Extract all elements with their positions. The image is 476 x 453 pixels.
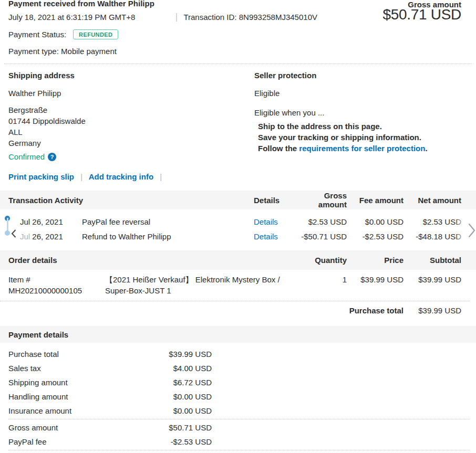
transaction-activity-rows: Jul 26, 2021 PayPal fee reversal Details… [0, 209, 476, 244]
payment-details-header: Payment details [0, 326, 476, 343]
payment-row-value: $0.00 USD [173, 392, 212, 401]
payment-status-label: Payment Status: [8, 30, 66, 39]
activity-description: PayPal fee reversal [82, 217, 254, 226]
status-badge: REFUNDED [73, 29, 118, 39]
payment-row-value: $50.71 USD [169, 423, 212, 432]
payment-row: Insurance amount $0.00 USD [8, 404, 212, 418]
activity-fee: -$2.53 USD [347, 232, 403, 241]
payment-details-rows: Purchase total $39.99 USD Sales tax $4.0… [0, 343, 476, 453]
column-gross-amount: Gross amount [298, 191, 347, 209]
payment-row-label: Gross amount [8, 423, 58, 432]
order-item-row: Item # MH20210000000105 【2021 Heißer Ver… [0, 274, 476, 296]
seller-protection-section: Seller protection Eligible Eligible when… [254, 71, 461, 161]
action-links: Print packing slip | Add tracking info | [0, 172, 476, 181]
payment-row-value: $4.00 USD [173, 364, 212, 373]
column-details: Details [254, 196, 298, 205]
address-city: 01744 Dippoldiswalde [8, 115, 254, 127]
details-link[interactable]: Details [254, 217, 278, 226]
protection-condition-2: Save your tracking or shipping informati… [258, 132, 461, 143]
activity-date: Jul 26, 2021 [8, 217, 82, 226]
order-details-title: Order details [8, 256, 286, 265]
help-icon[interactable]: ? [48, 153, 56, 161]
transaction-date: July 18, 2021 at 6:31:19 PM GMT+8 [8, 13, 135, 22]
item-description: 【2021 Heißer Verkauf】 Elektronik Mystery… [105, 274, 286, 296]
details-link[interactable]: Details [254, 232, 278, 241]
link-separator: | [80, 172, 82, 181]
transaction-activity-header: Transaction Activity Details Gross amoun… [0, 191, 476, 209]
column-quantity: Quantity [286, 256, 347, 265]
activity-net: -$48.18 USD [403, 232, 461, 241]
payment-row: Purchase total $39.99 USD [8, 347, 212, 361]
payment-row-label: Handling amount [8, 392, 68, 401]
payment-row-label: Shipping amount [8, 378, 68, 387]
activity-fee: $0.00 USD [347, 217, 403, 226]
activity-gross: $2.53 USD [298, 217, 347, 226]
payment-row-label: Purchase total [8, 350, 59, 359]
transaction-id: Transaction ID: 8N993258MJ345010V [183, 13, 317, 22]
payment-row-value: $0.00 USD [173, 406, 212, 415]
recipient-name: Walther Philipp [8, 89, 254, 98]
purchase-total-label: Purchase total [347, 306, 403, 315]
shipping-address-heading: Shipping address [8, 71, 254, 80]
payment-row-label: Insurance amount [8, 406, 71, 415]
activity-row: Jul 26, 2021 PayPal fee reversal Details… [0, 214, 476, 229]
column-fee-amount: Fee amount [347, 196, 403, 205]
item-subtotal: $39.99 USD [403, 274, 461, 285]
order-details-header: Order details Quantity Price Subtotal [0, 250, 476, 270]
divider-bar [176, 13, 177, 22]
payment-divider [8, 419, 470, 419]
address-region: ALL [8, 127, 254, 138]
column-subtotal: Subtotal [403, 256, 461, 265]
activity-description: Refund to Walther Philipp [82, 232, 254, 241]
link-separator: | [160, 172, 162, 181]
page-title: Payment received from Walther Philipp [8, 0, 154, 8]
header-divider [4, 64, 472, 64]
activity-date: Jul 26, 2021 [8, 232, 82, 241]
payment-type: Payment type: Mobile payment [8, 47, 461, 56]
seller-protection-heading: Seller protection [254, 71, 461, 80]
payment-row-value: $6.72 USD [173, 378, 212, 387]
chevron-left-icon[interactable] [11, 229, 16, 239]
payment-row: Shipping amount $6.72 USD [8, 375, 212, 389]
seller-protection-link[interactable]: requirements for seller protection [299, 144, 425, 153]
purchase-total-value: $39.99 USD [403, 306, 461, 315]
activity-net: $2.53 USD [403, 217, 461, 226]
purchase-total-row: Purchase total $39.99 USD [0, 301, 476, 319]
shipping-address-section: Shipping address Walther Philipp Bergstr… [8, 71, 254, 161]
payment-divider [8, 450, 470, 450]
gross-amount-value: $50.71 USD [382, 6, 461, 23]
protection-condition-1: Ship to the address on this page. [258, 121, 461, 132]
transaction-activity-title: Transaction Activity [8, 196, 254, 205]
chevron-right-icon[interactable] [468, 223, 475, 239]
column-net-amount: Net amount [403, 196, 461, 205]
protection-intro: Eligible when you ... [254, 108, 461, 117]
activity-row: Jul 26, 2021 Refund to Walther Philipp D… [0, 229, 476, 244]
payment-row-value: -$2.53 USD [171, 437, 212, 446]
timeline-dot-icon [5, 230, 10, 236]
payment-details-title: Payment details [8, 330, 68, 339]
address-country: Germany [8, 138, 254, 149]
address-street: Bergstraße [8, 104, 254, 115]
column-price: Price [347, 256, 403, 265]
payment-row: Gross amount $50.71 USD [8, 420, 212, 435]
protection-condition-3: Follow the requirements for seller prote… [258, 143, 461, 154]
payment-row-value: $39.99 USD [169, 350, 212, 359]
protection-status: Eligible [254, 89, 461, 98]
address-confirmed-label: Confirmed [8, 152, 45, 161]
payment-row: PayPal fee -$2.53 USD [8, 435, 212, 449]
print-packing-slip-link[interactable]: Print packing slip [8, 172, 74, 181]
item-quantity: 1 [286, 274, 347, 285]
payment-row: Sales tax $4.00 USD [8, 361, 212, 375]
payment-row: Handling amount $0.00 USD [8, 389, 212, 404]
activity-gross: -$50.71 USD [298, 232, 347, 241]
transaction-header: Payment received from Walther Philipp Gr… [0, 0, 476, 56]
item-number: Item # MH20210000000105 [8, 274, 105, 296]
payment-row-label: Sales tax [8, 364, 41, 373]
add-tracking-info-link[interactable]: Add tracking info [89, 172, 153, 181]
item-price: $39.99 USD [347, 274, 403, 285]
payment-row-label: PayPal fee [8, 437, 47, 446]
